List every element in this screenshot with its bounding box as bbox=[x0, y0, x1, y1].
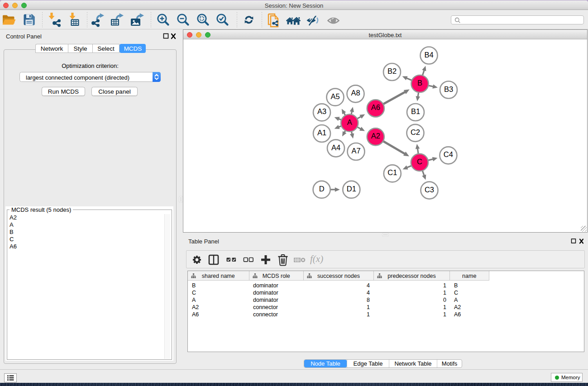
svg-text:A5: A5 bbox=[330, 92, 339, 100]
svg-text:A2: A2 bbox=[371, 132, 380, 140]
svg-text:D: D bbox=[319, 185, 325, 193]
svg-text:C: C bbox=[417, 157, 422, 166]
svg-text:A1: A1 bbox=[317, 129, 326, 137]
svg-text:B2: B2 bbox=[387, 67, 397, 75]
svg-text:D1: D1 bbox=[347, 185, 356, 193]
svg-text:B1: B1 bbox=[411, 107, 420, 115]
svg-text:C2: C2 bbox=[411, 128, 420, 136]
svg-text:C3: C3 bbox=[425, 186, 434, 194]
svg-text:f(x): f(x) bbox=[310, 253, 323, 264]
svg-text:A8: A8 bbox=[351, 89, 360, 97]
svg-text:C4: C4 bbox=[444, 150, 453, 158]
svg-text:A7: A7 bbox=[351, 147, 360, 155]
svg-text:A: A bbox=[347, 118, 352, 126]
svg-text:A6: A6 bbox=[371, 103, 380, 111]
svg-text:A3: A3 bbox=[317, 107, 326, 115]
svg-text:C1: C1 bbox=[387, 168, 397, 176]
svg-text:A4: A4 bbox=[331, 143, 340, 152]
svg-text:B4: B4 bbox=[424, 51, 433, 59]
svg-text:B3: B3 bbox=[444, 85, 453, 93]
svg-text:B: B bbox=[417, 79, 422, 87]
